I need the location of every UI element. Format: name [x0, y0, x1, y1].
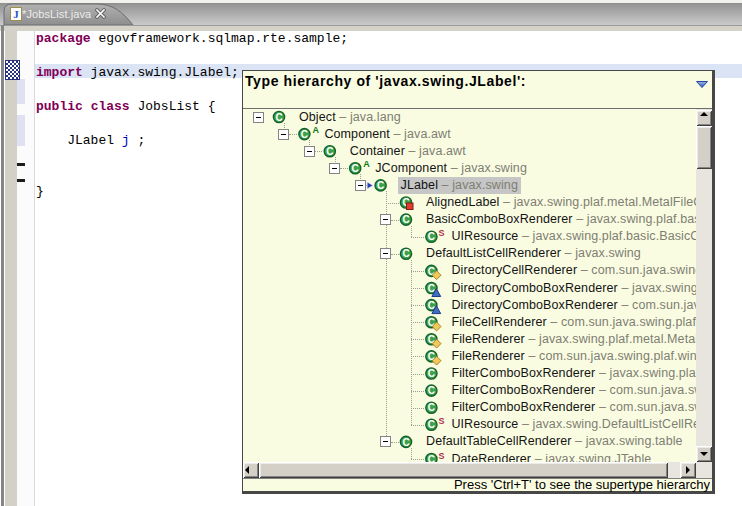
- svg-text:C: C: [402, 437, 409, 448]
- svg-text:C: C: [428, 419, 435, 430]
- svg-text:C: C: [428, 385, 435, 396]
- svg-text:C: C: [428, 368, 435, 379]
- svg-text:J: J: [13, 8, 19, 20]
- svg-text:S: S: [438, 228, 444, 238]
- svg-text:C: C: [326, 146, 333, 157]
- svg-text:S: S: [438, 416, 444, 426]
- svg-text:C: C: [428, 402, 435, 413]
- svg-text:C: C: [275, 112, 282, 123]
- svg-text:C: C: [428, 231, 435, 242]
- svg-text:A: A: [363, 159, 370, 169]
- svg-text:C: C: [428, 454, 435, 462]
- svg-text:C: C: [352, 163, 359, 174]
- svg-text:S: S: [438, 451, 444, 461]
- svg-text:C: C: [402, 214, 409, 225]
- svg-text:C: C: [377, 180, 384, 191]
- svg-text:A: A: [312, 125, 319, 135]
- svg-text:C: C: [301, 129, 308, 140]
- svg-text:C: C: [402, 248, 409, 259]
